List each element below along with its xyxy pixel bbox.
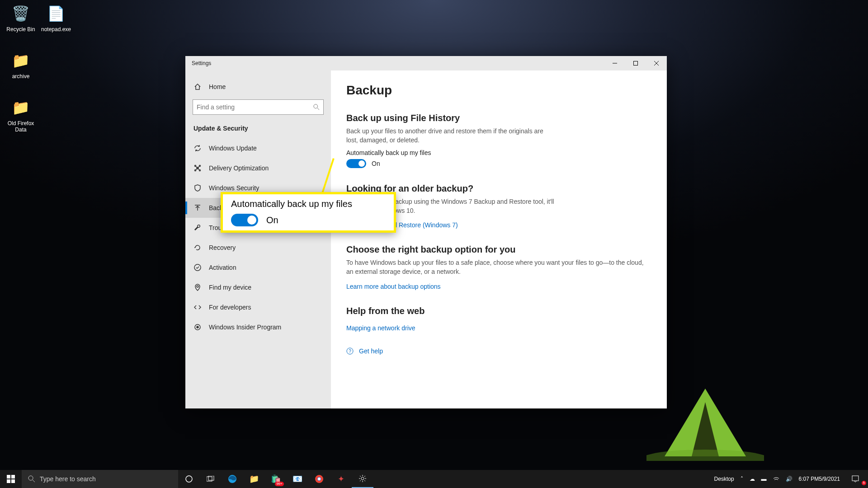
folder-icon [10, 50, 32, 71]
svg-point-24 [28, 476, 33, 480]
store-badge: 99+ [275, 482, 284, 486]
toggle-state: On [372, 160, 380, 167]
svg-rect-21 [11, 475, 15, 479]
desktop-icon-notepad[interactable]: notepad.exe [39, 3, 73, 33]
sidebar-item-activation[interactable]: Activation [185, 258, 331, 277]
sidebar-home[interactable]: Home [185, 77, 331, 97]
section-title: Choose the right backup option for you [346, 244, 651, 255]
start-button[interactable] [0, 470, 22, 488]
check-circle-icon [193, 263, 202, 272]
tray-volume-icon[interactable]: 🔊 [786, 470, 793, 488]
svg-rect-34 [852, 476, 859, 481]
toggle-label: Automatically back up my files [346, 149, 651, 156]
sidebar-item-label: For developers [209, 304, 251, 311]
get-help-row[interactable]: ? Get help [346, 347, 651, 355]
notif-badge: 5 [862, 481, 866, 485]
svg-point-15 [197, 286, 198, 287]
sidebar-category: Update & Security [185, 121, 331, 138]
callout-toggle [231, 214, 258, 226]
sidebar-item-find-my-device[interactable]: Find my device [185, 277, 331, 297]
shield-icon [193, 184, 202, 192]
section-desc: To have Windows back up your files to a … [346, 258, 645, 276]
callout-state: On [266, 215, 278, 225]
sidebar-search[interactable] [193, 99, 324, 115]
maximize-button[interactable] [625, 56, 646, 70]
desktop-icon-archive[interactable]: archive [4, 50, 38, 80]
tray-show-desktop-label[interactable]: Desktop [714, 470, 734, 488]
windows-icon [7, 475, 15, 483]
taskbar: Type here to search 📁 🛍️99+ 📧 ✦ Desktop … [0, 470, 868, 488]
tray-action-center[interactable]: 5 [846, 470, 864, 488]
tray-wifi-icon[interactable] [773, 470, 779, 488]
tray-battery-icon[interactable]: ▬ [761, 470, 767, 488]
home-icon [193, 83, 202, 91]
svg-point-33 [361, 477, 364, 480]
sidebar-item-delivery-optimization[interactable]: Delivery Optimization [185, 158, 331, 178]
sidebar-item-label: Windows Security [209, 184, 259, 192]
sidebar-item-label: Activation [209, 264, 236, 271]
close-button[interactable] [646, 56, 667, 70]
svg-point-32 [318, 478, 321, 480]
desktop-icon-label: Recycle Bin [4, 26, 38, 33]
sidebar-item-recovery[interactable]: Recovery [185, 238, 331, 258]
task-app[interactable]: ✦ [330, 470, 352, 488]
task-mail[interactable]: 📧 [287, 470, 308, 488]
delivery-icon [193, 164, 202, 172]
titlebar: Settings [185, 56, 667, 70]
link-learn-more-backup[interactable]: Learn more about backup options [346, 283, 441, 290]
wrench-icon [193, 224, 202, 232]
desktop-icon-label: archive [4, 73, 38, 80]
sidebar-item-for-developers[interactable]: For developers [185, 297, 331, 317]
task-view[interactable] [200, 470, 222, 488]
location-icon [193, 283, 202, 291]
minimize-button[interactable] [604, 56, 625, 70]
clock-time: 6:07 PM [799, 476, 819, 482]
sidebar-item-label: Recovery [209, 244, 236, 251]
desktop-icon-recycle-bin[interactable]: Recycle Bin [4, 3, 38, 33]
svg-point-26 [186, 476, 192, 482]
svg-point-7 [314, 104, 318, 108]
auto-backup-toggle[interactable] [346, 159, 366, 168]
backup-icon [193, 204, 202, 212]
svg-rect-22 [7, 479, 10, 483]
svg-rect-20 [7, 475, 10, 479]
task-store[interactable]: 🛍️99+ [265, 470, 287, 488]
sidebar-item-label: Find my device [209, 284, 251, 291]
code-icon [193, 303, 202, 311]
desktop-icon-old-firefox[interactable]: Old Firefox Data [4, 97, 38, 133]
task-file-explorer[interactable]: 📁 [243, 470, 265, 488]
recycle-bin-icon [10, 3, 32, 24]
task-settings[interactable] [352, 470, 373, 488]
annotation-callout: Automatically back up my files On [221, 192, 396, 233]
tray-onedrive-icon[interactable]: ☁ [750, 470, 755, 488]
taskbar-search[interactable]: Type here to search [22, 470, 178, 488]
sidebar-item-label: Windows Update [209, 145, 257, 152]
desktop-icon-label: notepad.exe [39, 26, 73, 33]
svg-rect-23 [11, 479, 15, 483]
get-help-label: Get help [359, 347, 383, 355]
window-title: Settings [185, 60, 211, 66]
task-cortana[interactable] [178, 470, 200, 488]
file-icon [45, 3, 67, 24]
task-chrome[interactable] [308, 470, 330, 488]
svg-rect-4 [634, 61, 638, 66]
sidebar-item-label: Delivery Optimization [209, 164, 269, 172]
taskbar-search-placeholder: Type here to search [40, 475, 96, 483]
sidebar-item-windows-update[interactable]: Windows Update [185, 138, 331, 158]
link-mapping-network-drive[interactable]: Mapping a network drive [346, 324, 415, 332]
svg-point-17 [197, 326, 198, 328]
tray-clock[interactable]: 6:07 PM 5/9/2021 [799, 470, 840, 488]
help-icon: ? [346, 347, 354, 355]
search-input[interactable] [197, 103, 313, 111]
section-file-history: Back up using File History Back up your … [346, 113, 651, 168]
tray-chevron-up-icon[interactable]: ˄ [741, 470, 743, 488]
task-edge[interactable] [222, 470, 243, 488]
svg-text:?: ? [349, 349, 351, 354]
sidebar-item-insider-program[interactable]: Windows Insider Program [185, 317, 331, 337]
recovery-icon [193, 244, 202, 252]
section-title: Help from the web [346, 306, 651, 316]
section-help-from-web: Help from the web Mapping a network driv… [346, 306, 651, 332]
window-controls [604, 56, 667, 70]
svg-line-25 [33, 480, 35, 482]
desktop-icon-label: Old Firefox Data [4, 120, 38, 133]
